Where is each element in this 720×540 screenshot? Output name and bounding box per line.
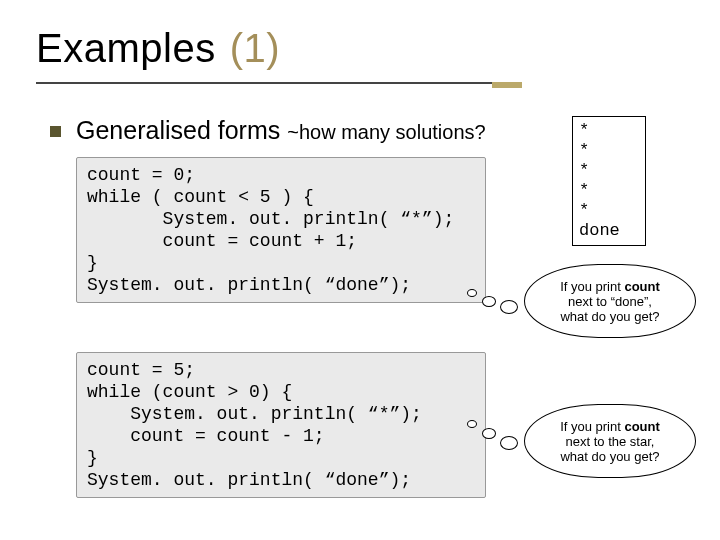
code2-l5: System. out. println( “done”);	[87, 470, 411, 490]
code1-l4: }	[87, 253, 98, 273]
t1-pre: If you print	[560, 279, 624, 294]
code-block-2: count = 5; while (count > 0) { System. o…	[76, 352, 486, 498]
code-block-1: count = 0; while ( count < 5 ) { System.…	[76, 157, 486, 303]
subheading: Generalised forms ~how many solutions?	[76, 116, 486, 145]
thought-tail-icon	[482, 428, 496, 439]
out-l2: *	[579, 161, 589, 180]
code1-l0: count = 0;	[87, 165, 195, 185]
thought-bubble-2: If you print count next to the star, wha…	[524, 404, 696, 478]
code2-l2: System. out. println( “*”);	[87, 404, 422, 424]
out-l0: *	[579, 121, 589, 140]
code2-l0: count = 5;	[87, 360, 195, 380]
code1-l2: System. out. println( “*”);	[87, 209, 454, 229]
t2-line2: next to the star,	[566, 434, 655, 449]
out-l5: done	[579, 221, 620, 240]
thought-tail-icon	[482, 296, 496, 307]
thought-tail-icon	[467, 289, 477, 297]
code2-l4: }	[87, 448, 98, 468]
code1-l3: count = count + 1;	[87, 231, 357, 251]
subhead-lead: Generalised forms	[76, 116, 287, 144]
thought-tail-icon	[500, 436, 518, 450]
t1-line3: what do you get?	[560, 309, 659, 324]
out-l1: *	[579, 141, 589, 160]
bullet-icon	[50, 126, 61, 137]
t2-pre: If you print	[560, 419, 624, 434]
slide: Examples(1) Generalised forms ~how many …	[0, 0, 720, 540]
t1-line2: next to “done”,	[568, 294, 652, 309]
subhead-tail: ~how many solutions?	[287, 121, 485, 143]
code2-l3: count = count - 1;	[87, 426, 325, 446]
slide-title: Examples(1)	[36, 26, 280, 71]
title-underline	[36, 82, 492, 84]
title-accent	[492, 82, 522, 88]
title-paren: (1)	[230, 26, 280, 70]
output-box: * * * * * done	[572, 116, 646, 246]
out-l4: *	[579, 201, 589, 220]
code1-l1: while ( count < 5 ) {	[87, 187, 314, 207]
t2-bold: count	[624, 419, 659, 434]
out-l3: *	[579, 181, 589, 200]
thought-tail-icon	[500, 300, 518, 314]
code1-l5: System. out. println( “done”);	[87, 275, 411, 295]
thought-bubble-1: If you print count next to “done”, what …	[524, 264, 696, 338]
thought-tail-icon	[467, 420, 477, 428]
code2-l1: while (count > 0) {	[87, 382, 292, 402]
t2-line3: what do you get?	[560, 449, 659, 464]
title-main: Examples	[36, 26, 216, 70]
t1-bold: count	[624, 279, 659, 294]
